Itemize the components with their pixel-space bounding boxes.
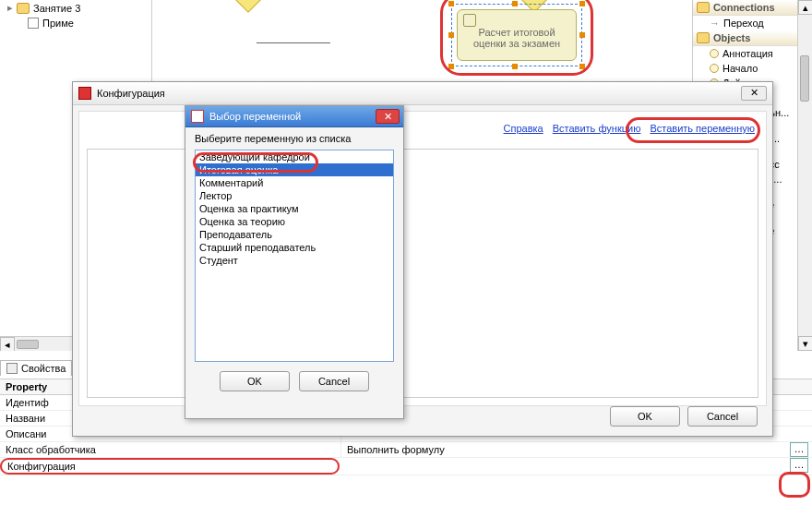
list-item[interactable]: Комментарий: [196, 176, 393, 189]
gateway-icon[interactable]: [230, 0, 267, 13]
scroll-thumb[interactable]: [800, 55, 809, 102]
list-item[interactable]: Оценка за практикум: [196, 202, 393, 215]
tree-item-child[interactable]: Приме: [0, 16, 151, 30]
property-key: Конфигурация: [0, 458, 340, 475]
configuration-dialog: Конфигурация ✕ Справка Вставить функцию …: [72, 81, 773, 437]
process-icon: [28, 18, 39, 29]
palette-item-label: Начало: [722, 63, 758, 74]
property-row[interactable]: Конфигурация…: [0, 458, 812, 475]
property-value[interactable]: Выполнить формулу…: [341, 442, 812, 457]
tab-label: Свойства: [21, 363, 66, 374]
app-icon: [191, 110, 204, 123]
palette-section-objects[interactable]: Objects ∞: [693, 30, 812, 46]
annotation-highlight: [193, 152, 318, 173]
help-link[interactable]: Справка: [504, 123, 543, 134]
palette-item[interactable]: Аннотация: [693, 46, 812, 61]
app-icon: [78, 87, 91, 100]
palette-header-label: Objects: [713, 32, 750, 43]
property-row[interactable]: Класс обработчикаВыполнить формулу…: [0, 442, 812, 458]
node-icon: [710, 64, 719, 73]
palette-item-label: Переход: [723, 18, 764, 29]
close-icon[interactable]: ✕: [376, 109, 400, 124]
tree-item-root[interactable]: ▸ Занятие 3: [0, 0, 151, 16]
dialog-body: Справка Вставить функцию Вставить переме…: [78, 111, 767, 406]
dialog-titlebar[interactable]: Конфигурация ✕: [73, 82, 772, 105]
ok-button[interactable]: OK: [610, 406, 680, 427]
list-item[interactable]: Преподаватель: [196, 228, 393, 241]
palette-section-connections[interactable]: Connections ∞: [693, 0, 812, 16]
ok-button[interactable]: OK: [220, 371, 290, 391]
list-item[interactable]: Лектор: [196, 189, 393, 202]
cancel-button[interactable]: Cancel: [299, 371, 369, 391]
palette-header-label: Connections: [713, 2, 775, 13]
ellipsis-button[interactable]: …: [790, 442, 808, 457]
palette-item[interactable]: → Переход: [693, 16, 812, 30]
dialog-title: Конфигурация: [97, 88, 735, 99]
folder-icon: [17, 3, 30, 14]
tree-item-label: Занятие 3: [33, 3, 80, 14]
palette-item-label: Аннотация: [722, 48, 773, 59]
list-item[interactable]: Оценка за теорию: [196, 215, 393, 228]
scroll-left-icon[interactable]: ◂: [0, 337, 15, 352]
vertical-scrollbar[interactable]: ▴ ▾: [797, 0, 812, 351]
node-icon: [710, 49, 719, 58]
property-value[interactable]: …: [340, 458, 812, 475]
palette-item[interactable]: Начало: [693, 61, 812, 76]
property-key: Класс обработчика: [0, 442, 341, 457]
annotation-highlight: [440, 0, 593, 76]
ellipsis-button[interactable]: …: [790, 458, 808, 473]
scroll-down-icon[interactable]: ▾: [798, 336, 812, 351]
scroll-thumb[interactable]: [17, 340, 39, 349]
cancel-button[interactable]: Cancel: [687, 406, 758, 427]
variable-list[interactable]: Заведующий кафедройИтоговая оценкаКоммен…: [195, 150, 394, 362]
folder-icon: [697, 32, 710, 43]
close-icon[interactable]: ✕: [741, 86, 767, 101]
dialog-title: Выбор переменной: [209, 111, 398, 122]
dialog-prompt: Выберите переменную из списка: [195, 133, 394, 144]
variable-picker-dialog: Выбор переменной ✕ Выберите переменную и…: [185, 105, 404, 419]
properties-icon: [6, 363, 18, 374]
list-item[interactable]: Старший преподаватель: [196, 241, 393, 254]
scroll-up-icon[interactable]: ▴: [798, 0, 812, 15]
dialog-titlebar[interactable]: Выбор переменной ✕: [185, 106, 403, 127]
annotation-highlight: [779, 472, 810, 498]
tab-properties[interactable]: Свойства: [0, 360, 72, 376]
folder-icon: [697, 2, 710, 13]
list-item[interactable]: Студент: [196, 254, 393, 267]
annotation-highlight: [626, 117, 760, 143]
tree-item-label: Приме: [42, 18, 74, 29]
